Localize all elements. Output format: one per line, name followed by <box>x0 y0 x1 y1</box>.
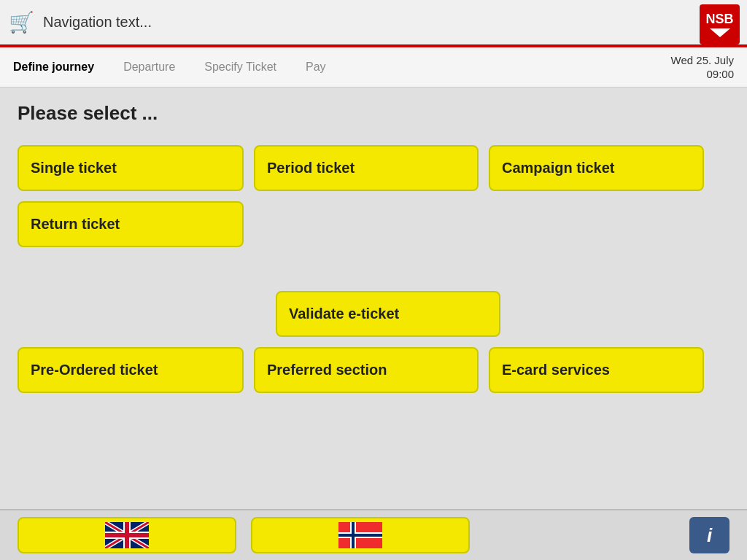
ticket-row-1: Single ticket Period ticket Campaign tic… <box>18 145 729 191</box>
preferred-section-button[interactable]: Preferred section <box>254 347 479 393</box>
main-content: Please select ... Single ticket Period t… <box>0 88 747 509</box>
step-departure[interactable]: Departure <box>123 61 175 74</box>
english-language-button[interactable] <box>18 517 236 553</box>
cart-icon: 🛒 <box>9 10 34 34</box>
info-button[interactable]: i <box>689 517 729 553</box>
page-heading: Please select ... <box>18 102 729 125</box>
ticket-row-3: Validate e-ticket <box>276 291 729 337</box>
nsb-logo-arrow <box>710 28 730 37</box>
campaign-ticket-button[interactable]: Campaign ticket <box>489 145 704 191</box>
uk-flag-icon <box>105 522 149 548</box>
step-pay[interactable]: Pay <box>306 61 326 74</box>
ticket-row-4: Pre-Ordered ticket Preferred section E-c… <box>18 347 729 393</box>
single-ticket-button[interactable]: Single ticket <box>18 145 244 191</box>
period-ticket-button[interactable]: Period ticket <box>254 145 479 191</box>
time-text: 09:00 <box>671 67 734 82</box>
norwegian-language-button[interactable] <box>251 517 470 553</box>
ticket-row-2: Return ticket <box>18 201 729 247</box>
step-bar: Define journey Departure Specify Ticket … <box>0 47 747 88</box>
svg-rect-13 <box>338 534 382 537</box>
bottom-bar: i <box>0 509 747 560</box>
step-specify-ticket[interactable]: Specify Ticket <box>204 61 276 74</box>
nav-text: Navigation text... <box>43 14 152 31</box>
nsb-logo: NSB <box>700 4 740 44</box>
date-text: Wed 25. July <box>671 53 734 68</box>
validate-eticket-button[interactable]: Validate e-ticket <box>276 291 500 337</box>
return-ticket-button[interactable]: Return ticket <box>18 201 244 247</box>
step-define-journey[interactable]: Define journey <box>13 61 94 74</box>
top-bar: 🛒 Navigation text... NSB <box>0 0 747 47</box>
ecard-services-button[interactable]: E-card services <box>489 347 704 393</box>
norway-flag-icon <box>338 522 382 548</box>
datetime: Wed 25. July 09:00 <box>671 53 734 82</box>
pre-ordered-ticket-button[interactable]: Pre-Ordered ticket <box>18 347 244 393</box>
